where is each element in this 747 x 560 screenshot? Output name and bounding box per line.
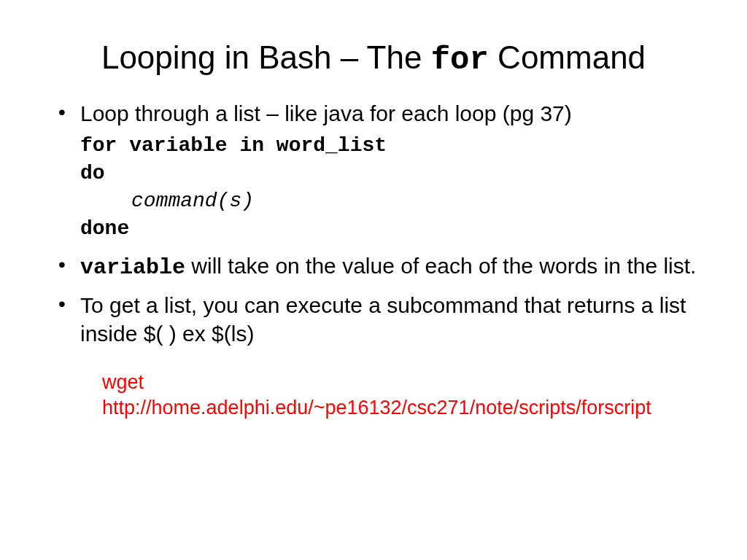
bullet-1-text: Loop through a list – like java for each… bbox=[80, 101, 572, 125]
title-post: Command bbox=[489, 39, 646, 75]
footer-link: wget http://home.adelphi.edu/~pe16132/cs… bbox=[44, 370, 703, 421]
slide-title: Looping in Bash – The for Command bbox=[44, 40, 703, 77]
bullet-item-3: To get a list, you can execute a subcomm… bbox=[80, 291, 703, 348]
footer-line-2: http://home.adelphi.edu/~pe16132/csc271/… bbox=[102, 395, 674, 421]
footer-line-1: wget bbox=[102, 370, 674, 395]
bullet-list: Loop through a list – like java for each… bbox=[44, 99, 703, 347]
code-line-2: do bbox=[80, 160, 703, 187]
bullet-2-mono: variable bbox=[80, 255, 185, 280]
bullet-item-2: variable will take on the value of each … bbox=[80, 252, 703, 282]
bullet-2-rest: will take on the value of each of the wo… bbox=[185, 254, 696, 278]
title-mono: for bbox=[431, 42, 489, 78]
code-line-1: for variable in word_list bbox=[80, 132, 703, 160]
bullet-3-text: To get a list, you can execute a subcomm… bbox=[80, 293, 686, 346]
code-line-4: done bbox=[80, 215, 703, 243]
code-block: for variable in word_list do command(s) … bbox=[80, 132, 703, 242]
code-line-3: command(s) bbox=[80, 187, 703, 215]
title-pre: Looping in Bash – The bbox=[101, 39, 431, 75]
bullet-item-1: Loop through a list – like java for each… bbox=[80, 99, 703, 242]
